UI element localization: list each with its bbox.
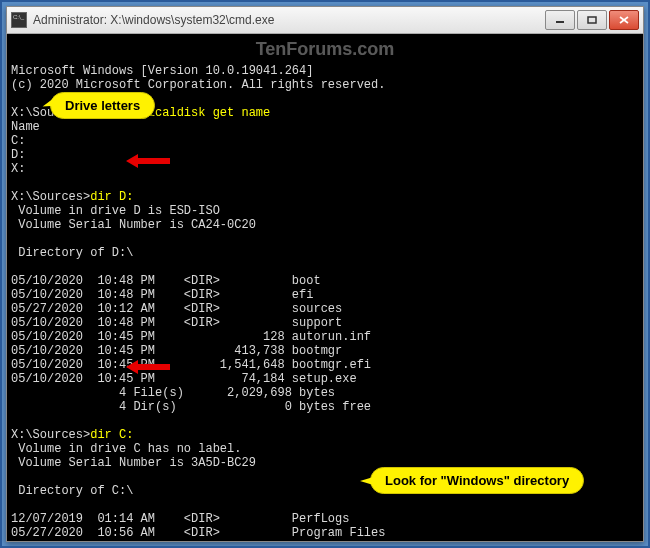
window-title: Administrator: X:\windows\system32\cmd.e… bbox=[33, 13, 543, 27]
dir-row: 05/27/2020 10:56 AM <DIR> Program Files bbox=[11, 526, 385, 540]
cmd-icon bbox=[11, 12, 27, 28]
cmd-2: dir D: bbox=[90, 190, 133, 204]
titlebar[interactable]: Administrator: X:\windows\system32\cmd.e… bbox=[6, 6, 644, 34]
dir-row: 05/10/2020 10:45 PM 413,738 bootmgr bbox=[11, 344, 342, 358]
callout-text: Look for "Windows" directory bbox=[385, 473, 569, 488]
prompt-3: X:\Sources> bbox=[11, 428, 90, 442]
prompt-2: X:\Sources> bbox=[11, 190, 90, 204]
minimize-button[interactable] bbox=[545, 10, 575, 30]
drive-row: C: bbox=[11, 134, 25, 148]
dir-row: 05/10/2020 10:48 PM <DIR> efi bbox=[11, 288, 313, 302]
red-arrow-icon bbox=[126, 360, 170, 374]
maximize-icon bbox=[587, 16, 597, 24]
dir-row: 06/08/2020 10:42 AM <DIR> Program Files … bbox=[11, 540, 429, 542]
version-line: Microsoft Windows [Version 10.0.19041.26… bbox=[11, 64, 313, 78]
dir-of: Directory of C:\ bbox=[11, 484, 133, 498]
callout-pointer-icon bbox=[360, 475, 380, 487]
minimize-icon bbox=[555, 16, 565, 24]
callout-text: Drive letters bbox=[65, 98, 140, 113]
svg-marker-4 bbox=[126, 154, 170, 168]
dir-of: Directory of D:\ bbox=[11, 246, 133, 260]
close-icon bbox=[619, 16, 629, 24]
svg-marker-5 bbox=[126, 360, 170, 374]
window-controls bbox=[543, 10, 639, 30]
col-header: Name bbox=[11, 120, 40, 134]
svg-rect-1 bbox=[588, 17, 596, 23]
dir-row: 05/10/2020 10:48 PM <DIR> boot bbox=[11, 274, 321, 288]
vol-serial: Volume Serial Number is CA24-0C20 bbox=[11, 218, 256, 232]
cmd-3: dir C: bbox=[90, 428, 133, 442]
dir-row: 05/10/2020 10:45 PM 128 autorun.inf bbox=[11, 330, 371, 344]
vol-label: Volume in drive C has no label. bbox=[11, 442, 241, 456]
drive-row: D: bbox=[11, 148, 25, 162]
drive-row: X: bbox=[11, 162, 25, 176]
dir-row: 12/07/2019 01:14 AM <DIR> PerfLogs bbox=[11, 512, 349, 526]
watermark-text: TenForums.com bbox=[256, 42, 395, 56]
red-arrow-icon bbox=[126, 154, 170, 168]
summary-row: 4 File(s) 2,029,698 bytes bbox=[11, 386, 335, 400]
dir-row: 05/10/2020 10:45 PM 74,184 setup.exe bbox=[11, 372, 357, 386]
dir-row: 05/27/2020 10:12 AM <DIR> sources bbox=[11, 302, 342, 316]
vol-serial: Volume Serial Number is 3A5D-BC29 bbox=[11, 456, 256, 470]
copyright-line: (c) 2020 Microsoft Corporation. All righ… bbox=[11, 78, 385, 92]
summary-row: 4 Dir(s) 0 bytes free bbox=[11, 400, 371, 414]
callout-drive-letters: Drive letters bbox=[50, 92, 155, 119]
cmd-window: Administrator: X:\windows\system32\cmd.e… bbox=[6, 6, 644, 542]
dir-row: 05/10/2020 10:48 PM <DIR> support bbox=[11, 316, 342, 330]
maximize-button[interactable] bbox=[577, 10, 607, 30]
dir-row: 05/10/2020 10:45 PM 1,541,648 bootmgr.ef… bbox=[11, 358, 371, 372]
callout-look-for-windows: Look for "Windows" directory bbox=[370, 467, 584, 494]
close-button[interactable] bbox=[609, 10, 639, 30]
vol-label: Volume in drive D is ESD-ISO bbox=[11, 204, 220, 218]
